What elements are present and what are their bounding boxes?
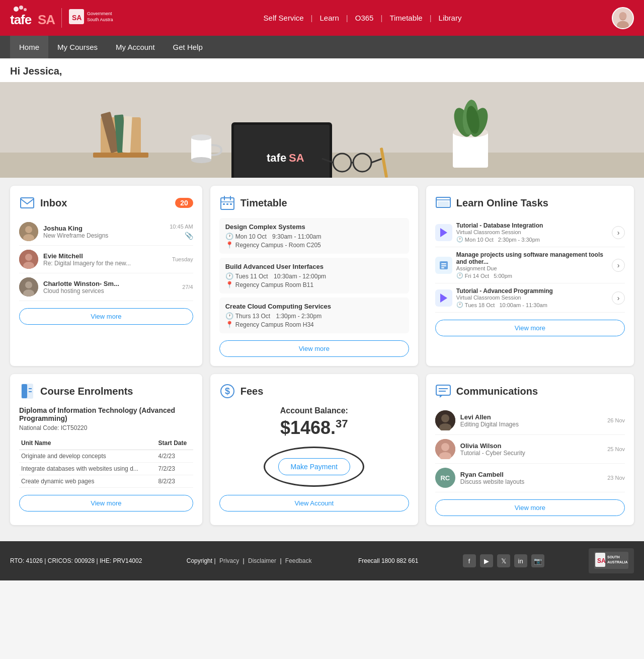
comm-item-3[interactable]: RC Ryan Cambell Discuss website layouts … bbox=[435, 464, 625, 492]
comm-name-3: Ryan Cambell bbox=[460, 471, 602, 478]
make-payment-button[interactable]: Make Payment bbox=[278, 458, 350, 475]
learn-tasks-header: Learn Online Tasks bbox=[435, 195, 625, 211]
timetable-view-more-button[interactable]: View more bbox=[219, 340, 409, 357]
fees-header: $ Fees bbox=[219, 383, 409, 399]
message-preview-1: New Wireframe Designs bbox=[43, 232, 165, 239]
comm-item-2[interactable]: Olivia Wilson Tutorial - Cyber Security … bbox=[435, 435, 625, 464]
svg-text:South Australia: South Australia bbox=[87, 17, 113, 22]
svg-rect-57 bbox=[226, 203, 228, 205]
footer-links: Copyright | Privacy | Disclaimer | Feedb… bbox=[187, 557, 314, 564]
svg-point-23 bbox=[191, 157, 211, 163]
svg-point-0 bbox=[14, 7, 19, 12]
inbox-view-more-button[interactable]: View more bbox=[19, 308, 193, 325]
message-preview-2: Re: Digital Imagery for the new... bbox=[43, 260, 167, 267]
comm-msg-2: Tutorial - Cyber Security bbox=[460, 450, 602, 457]
message-avatar-2 bbox=[19, 250, 38, 269]
tt-time-2: 🕐 Tues 11 Oct 10:30am - 12:00pm bbox=[225, 272, 403, 280]
inbox-message-3[interactable]: Charlotte Winston- Sm... Cloud hosting s… bbox=[19, 273, 193, 301]
comm-name-2: Olivia Wilson bbox=[460, 442, 602, 450]
nav-o365[interactable]: O365 bbox=[351, 14, 378, 22]
youtube-icon[interactable]: ▶ bbox=[480, 554, 493, 567]
footer-sep-1: | bbox=[214, 557, 217, 564]
nav-learn[interactable]: Learn bbox=[315, 14, 343, 22]
footer-social-icons: f ▶ 𝕏 in 📷 bbox=[463, 554, 544, 567]
svg-text:tafe: tafe bbox=[10, 12, 32, 27]
enrolments-view-more-button[interactable]: View more bbox=[19, 495, 193, 511]
inbox-message-2[interactable]: Evie Mitchell Re: Digital Imagery for th… bbox=[19, 246, 193, 273]
learn-chevron-2[interactable]: › bbox=[612, 259, 625, 272]
footer-gov-label: SA SOUTH AUSTRALIA bbox=[589, 548, 634, 573]
top-header: tafe SA SA Government of South Australia… bbox=[0, 0, 644, 36]
svg-rect-21 bbox=[191, 137, 211, 160]
instagram-icon[interactable]: 📷 bbox=[531, 554, 544, 567]
subnav-my-account[interactable]: My Account bbox=[107, 36, 164, 58]
communications-view-more-button[interactable]: View more bbox=[435, 499, 625, 516]
communications-card: Communications Levi Allen Editing Digita… bbox=[426, 374, 634, 525]
message-content-1: Joshua King New Wireframe Designs bbox=[43, 225, 165, 239]
card-row-2: Course Enrolments Diploma of Information… bbox=[10, 374, 634, 525]
facebook-icon[interactable]: f bbox=[463, 554, 476, 567]
enrolments-icon bbox=[19, 383, 35, 399]
learn-item-1: Tutorial - Database Integration Virtual … bbox=[435, 218, 625, 247]
communications-title: Communications bbox=[456, 386, 538, 397]
learn-item-2: Manage projects using software managemen… bbox=[435, 247, 625, 283]
footer-privacy-link[interactable]: Privacy bbox=[219, 557, 239, 564]
unit-start-1: 4/2/23 bbox=[156, 450, 193, 463]
comm-msg-1: Editing Digital Images bbox=[460, 421, 602, 428]
subnav-my-courses[interactable]: My Courses bbox=[48, 36, 107, 58]
svg-point-22 bbox=[191, 134, 211, 140]
svg-point-78 bbox=[441, 414, 449, 422]
footer-sep-3: | bbox=[280, 557, 283, 564]
svg-point-2 bbox=[24, 8, 27, 11]
learn-content-3: Tutorial - Advanced Programming Virtual … bbox=[456, 287, 608, 308]
comm-content-2: Olivia Wilson Tutorial - Cyber Security bbox=[460, 442, 602, 457]
inbox-title: Inbox bbox=[40, 197, 67, 209]
nav-sep-2: | bbox=[346, 14, 348, 22]
nav-timetable[interactable]: Timetable bbox=[385, 14, 426, 22]
inbox-message-1[interactable]: Joshua King New Wireframe Designs 10:45 … bbox=[19, 218, 193, 246]
learn-chevron-3[interactable]: › bbox=[612, 291, 625, 305]
message-time-2: Tuesday bbox=[172, 256, 193, 262]
user-avatar[interactable] bbox=[612, 7, 634, 29]
enrolments-header: Course Enrolments bbox=[19, 383, 193, 399]
svg-point-1 bbox=[19, 6, 23, 10]
enrolments-card: Course Enrolments Diploma of Information… bbox=[10, 374, 202, 525]
svg-marker-62 bbox=[440, 228, 447, 237]
svg-point-44 bbox=[25, 226, 32, 233]
learn-type-3: Virtual Classroom Session bbox=[456, 295, 608, 301]
fees-view-account-button[interactable]: View Account bbox=[219, 495, 409, 511]
attachment-icon-1: 📎 bbox=[185, 232, 193, 240]
nav-self-service[interactable]: Self Service bbox=[260, 14, 308, 22]
unit-start-2: 7/2/23 bbox=[156, 463, 193, 475]
svg-rect-65 bbox=[441, 265, 446, 266]
comm-item-1[interactable]: Levi Allen Editing Digital Images 26 Nov bbox=[435, 406, 625, 435]
footer-copyright-label: Copyright bbox=[187, 557, 212, 564]
linkedin-icon[interactable]: in bbox=[514, 554, 527, 567]
twitter-icon[interactable]: 𝕏 bbox=[497, 554, 510, 567]
learn-view-more-button[interactable]: View more bbox=[435, 320, 625, 336]
learn-chevron-1[interactable]: › bbox=[612, 226, 625, 239]
logo-area: tafe SA SA Government of South Australia bbox=[10, 5, 113, 31]
nav-library[interactable]: Library bbox=[435, 14, 466, 22]
communications-icon bbox=[435, 383, 451, 399]
enrolments-title: Course Enrolments bbox=[40, 386, 133, 397]
svg-point-12 bbox=[619, 12, 627, 20]
enrol-row-1: Originate and develop concepts 4/2/23 bbox=[19, 450, 193, 463]
learn-content-1: Tutorial - Database Integration Virtual … bbox=[456, 222, 608, 243]
learn-icon-2 bbox=[435, 257, 452, 274]
svg-text:$: $ bbox=[225, 386, 230, 396]
col-unit-name: Unit Name bbox=[19, 436, 156, 450]
footer-disclaimer-link[interactable]: Disclaimer bbox=[248, 557, 276, 564]
svg-text:SA: SA bbox=[72, 14, 82, 22]
subnav-home[interactable]: Home bbox=[10, 36, 48, 58]
page-footer: RTO: 41026 | CRICOS: 000928 | IHE: PRV14… bbox=[0, 541, 644, 580]
timetable-item-1: Design Complex Systems 🕐 Mon 10 Oct 9:30… bbox=[219, 218, 409, 254]
subnav-get-help[interactable]: Get Help bbox=[164, 36, 212, 58]
svg-rect-74 bbox=[436, 385, 450, 395]
gov-logo: SA Government of South Australia bbox=[61, 8, 113, 28]
fees-icon: $ bbox=[219, 383, 235, 399]
communications-header: Communications bbox=[435, 383, 625, 399]
timetable-title: Timetable bbox=[240, 197, 287, 209]
svg-text:SA: SA bbox=[289, 152, 304, 164]
footer-feedback-link[interactable]: Feedback bbox=[285, 557, 312, 564]
